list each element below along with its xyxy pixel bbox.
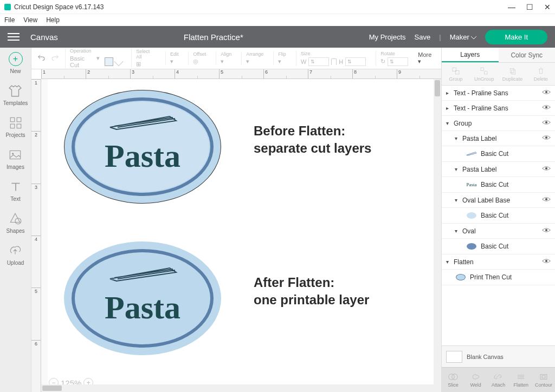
eye-icon [542,227,551,233]
eye-icon [542,119,551,126]
left-sidebar: + New Templates Projects Images Text Sha… [0,48,31,392]
sidebar-new[interactable]: + New [9,52,23,74]
visibility-toggle[interactable] [542,119,551,127]
action-flatten[interactable]: Flatten [509,368,532,392]
layer-oval[interactable]: ▾Oval [442,224,555,239]
svg-rect-23 [540,374,547,379]
visibility-toggle[interactable] [542,227,551,235]
make-it-button[interactable]: Make It [485,30,547,44]
trash-icon [537,67,545,75]
layer-basic-cut-penne[interactable]: Basic Cut [442,146,555,162]
action-attach[interactable]: Attach [487,368,510,392]
window-maximize-icon[interactable]: ☐ [526,3,533,11]
hamburger-icon[interactable] [8,33,20,41]
undo-button[interactable] [37,54,46,63]
duplicate-icon [508,67,517,75]
arrange-dropdown[interactable]: Arrange [246,51,263,57]
ruler-horizontal: 123456789 [41,69,441,79]
machine-selector[interactable]: Maker [450,33,477,41]
lock-icon[interactable] [331,58,337,65]
group-icon [451,67,460,75]
sidebar-text[interactable]: Text [9,180,23,202]
layer-pasta-label-1[interactable]: ▾Pasta Label [442,131,555,146]
divider: | [439,33,441,41]
save-link[interactable]: Save [415,33,431,41]
tab-colorsync[interactable]: Color Sync [499,48,556,62]
svg-rect-8 [455,70,459,74]
edit-dropdown[interactable]: Edit [170,51,179,57]
svg-point-19 [545,229,547,231]
oval-thumb-icon [467,212,476,219]
visibility-toggle[interactable] [542,104,551,112]
layer-basic-cut-pasta[interactable]: PastaBasic Cut [442,177,555,193]
bottom-actions: Slice Weld Attach Flatten Contour [442,367,555,392]
svg-point-13 [545,91,547,93]
blank-canvas-swatch [446,351,462,363]
action-weld[interactable]: Weld [464,368,487,392]
visibility-toggle[interactable] [542,134,551,142]
svg-point-17 [545,167,547,169]
sidebar-shapes[interactable]: Shapes [7,212,25,234]
layer-print-then-cut[interactable]: Print Then Cut [442,270,555,285]
layer-group[interactable]: ▾Group [442,116,555,131]
svg-rect-11 [510,68,514,73]
menu-view[interactable]: View [23,16,37,24]
select-all-button[interactable]: Select All [136,49,156,60]
pasta-label-before[interactable]: Pasta [64,90,221,204]
action-contour[interactable]: Contour [532,368,555,392]
visibility-toggle[interactable] [542,165,551,173]
menu-help[interactable]: Help [46,16,60,24]
sidebar-upload[interactable]: Upload [7,244,24,266]
more-dropdown[interactable]: More ▾ [418,51,436,65]
window-minimize-icon[interactable]: — [508,3,515,11]
menu-file[interactable]: File [4,16,15,24]
action-slice[interactable]: Slice [442,368,464,392]
sidebar-images[interactable]: Images [7,148,24,170]
action-group[interactable]: Group [442,63,470,85]
ungroup-icon [480,67,488,75]
ruler-vertical: 123456 [31,79,41,392]
sidebar-templates[interactable]: Templates [3,84,28,106]
tab-layers[interactable]: Layers [442,48,499,62]
action-delete[interactable]: Delete [527,63,555,85]
align-dropdown[interactable]: Align [221,51,231,57]
pasta-text: Pasta [105,289,180,326]
blank-canvas-row[interactable]: Blank Canvas [442,345,555,367]
layer-basic-cut-oval[interactable]: Basic Cut [442,239,555,254]
slice-icon [448,373,458,381]
image-icon [8,148,22,162]
redo-button[interactable] [51,54,60,63]
caption-after[interactable]: After Flatten: one printable layer [254,274,369,309]
operation-dropdown[interactable]: Basic Cut ▾ [70,55,121,68]
color-swatch[interactable] [105,57,113,66]
layer-flatten[interactable]: ▾Flatten [442,254,555,270]
layer-text-2[interactable]: ▸Text - Praline Sans [442,101,555,116]
my-projects-link[interactable]: My Projects [369,33,406,41]
upload-icon [8,244,22,258]
rotate-input[interactable]: ⇅ [388,57,408,66]
visibility-toggle[interactable] [542,196,551,204]
sidebar-templates-label: Templates [3,100,28,106]
caption-before[interactable]: Before Flatten: separate cut layers [254,122,371,158]
svg-rect-10 [485,71,487,74]
contour-icon [539,373,548,381]
layer-text-1[interactable]: ▸Text - Praline Sans [442,86,555,101]
pasta-label-after[interactable]: Pasta [64,241,221,355]
flip-dropdown[interactable]: Flip [278,51,286,57]
canvas-viewport[interactable]: Pasta Before Flatten: separate cut layer… [41,79,441,392]
action-duplicate[interactable]: Duplicate [499,63,527,85]
scrollbar-horizontal[interactable] [41,384,434,392]
height-input[interactable]: ⇅ [345,57,366,66]
offset-button[interactable]: Offset [193,51,206,57]
sidebar-projects[interactable]: Projects [5,116,25,138]
visibility-toggle[interactable] [542,89,551,97]
action-ungroup[interactable]: UnGroup [470,63,498,85]
window-close-icon[interactable]: ✕ [544,3,551,11]
layer-pasta-label-2[interactable]: ▾Pasta Label [442,162,555,177]
scrollbar-vertical[interactable] [434,79,441,392]
layer-oval-label-base[interactable]: ▾Oval Label Base [442,193,555,208]
visibility-toggle[interactable] [542,258,551,266]
eye-icon [542,196,551,202]
layer-basic-cut-base[interactable]: Basic Cut [442,208,555,224]
width-input[interactable]: ⇅ [308,57,329,66]
